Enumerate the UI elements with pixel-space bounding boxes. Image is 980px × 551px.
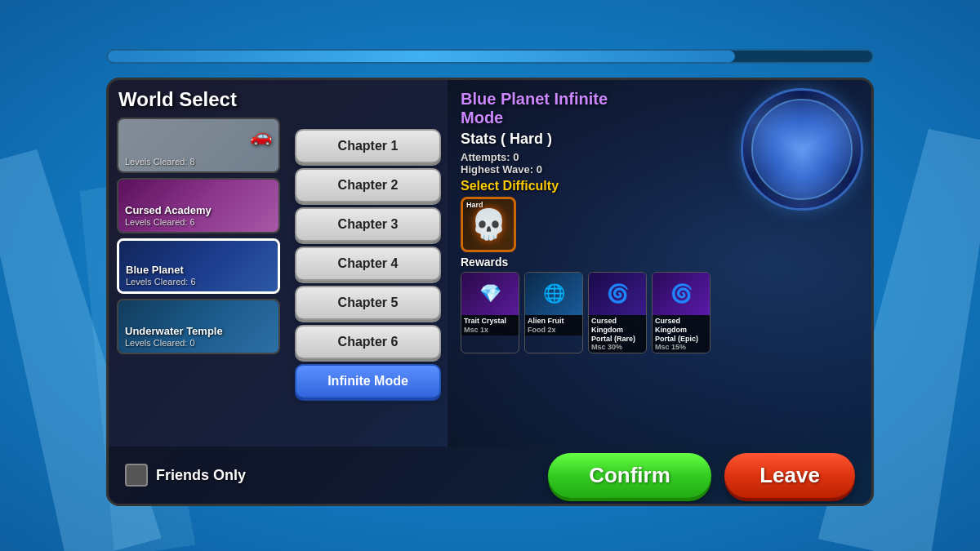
world-list: 🚗 Levels Cleared: 8 Cursed Academy Level… bbox=[117, 118, 280, 438]
reward-portal-epic-sub: Msc 15% bbox=[655, 343, 707, 351]
reward-portal-rare: 🌀 Cursed Kingdom Portal (Rare) Msc 30% bbox=[588, 272, 647, 353]
reward-crystal-icon: 💎 bbox=[461, 273, 519, 315]
reward-crystal-sub: Msc 1x bbox=[464, 326, 516, 334]
reward-portal-rare-icon: 🌀 bbox=[589, 273, 646, 315]
chapter-1-button[interactable]: Chapter 1 bbox=[295, 129, 441, 163]
reward-portal-epic-icon: 🌀 bbox=[653, 273, 710, 315]
world-item-1[interactable]: 🚗 Levels Cleared: 8 bbox=[117, 118, 280, 173]
progress-fill bbox=[108, 51, 735, 62]
confirm-button[interactable]: Confirm bbox=[548, 453, 711, 498]
reward-trait-crystal: 💎 Trait Crystal Msc 1x bbox=[461, 272, 519, 353]
chapter-panel: Chapter 1 Chapter 2 Chapter 3 Chapter 4 … bbox=[288, 80, 448, 447]
reward-crystal-label: Trait Crystal Msc 1x bbox=[461, 315, 519, 335]
info-highest-wave: Highest Wave: 0 bbox=[461, 163, 858, 176]
world-item-levels-2: Levels Cleared: 6 bbox=[125, 217, 272, 227]
world-item-content-3: Blue Planet Levels Cleared: 6 bbox=[119, 241, 278, 291]
infinite-mode-button[interactable]: Infinite Mode bbox=[295, 364, 441, 398]
world-item-4[interactable]: Underwater Temple Levels Cleared: 0 bbox=[117, 299, 280, 354]
reward-fruit-name: Alien Fruit bbox=[528, 317, 580, 326]
reward-fruit-icon: 🌐 bbox=[525, 273, 582, 315]
info-content: Blue Planet Infinite Mode Stats ( Hard )… bbox=[461, 90, 858, 353]
info-stats-title: Stats ( Hard ) bbox=[461, 131, 858, 148]
rewards-title: Rewards bbox=[461, 256, 858, 269]
world-item-name-4: Underwater Temple bbox=[125, 325, 272, 338]
world-item-content-2: Cursed Academy Levels Cleared: 6 bbox=[118, 180, 278, 232]
friends-only-checkbox[interactable] bbox=[125, 464, 148, 487]
reward-alien-fruit: 🌐 Alien Fruit Food 2x bbox=[524, 272, 583, 353]
world-item-3[interactable]: Blue Planet Levels Cleared: 6 bbox=[117, 238, 280, 294]
reward-portal-rare-sub: Msc 30% bbox=[591, 343, 644, 351]
reward-portal-epic-name: Cursed Kingdom Portal (Epic) bbox=[655, 317, 707, 343]
chapter-2-button[interactable]: Chapter 2 bbox=[295, 168, 441, 202]
info-attempts: Attempts: 0 bbox=[461, 151, 858, 163]
friends-only-section: Friends Only bbox=[125, 464, 246, 487]
rewards-list: 💎 Trait Crystal Msc 1x 🌐 Alien Fruit Foo… bbox=[461, 272, 858, 353]
leave-button[interactable]: Leave bbox=[724, 453, 855, 498]
world-item-levels-1: Levels Cleared: 8 bbox=[125, 157, 272, 167]
world-item-name-2: Cursed Academy bbox=[125, 204, 272, 217]
chapter-5-button[interactable]: Chapter 5 bbox=[295, 286, 441, 320]
info-panel: Blue Planet Infinite Mode Stats ( Hard )… bbox=[448, 80, 871, 447]
difficulty-hard-button[interactable]: Hard 💀 bbox=[461, 197, 516, 252]
world-select-panel: World Select 🚗 Levels Cleared: 8 bbox=[109, 80, 288, 447]
friends-only-label: Friends Only bbox=[156, 467, 246, 484]
world-item-name-3: Blue Planet bbox=[126, 264, 271, 277]
chapter-6-button[interactable]: Chapter 6 bbox=[295, 325, 441, 359]
world-item-content-4: Underwater Temple Levels Cleared: 0 bbox=[118, 300, 278, 353]
world-item-2[interactable]: Cursed Academy Levels Cleared: 6 bbox=[117, 178, 280, 233]
reward-portal-epic-label: Cursed Kingdom Portal (Epic) Msc 15% bbox=[653, 315, 710, 353]
reward-portal-epic: 🌀 Cursed Kingdom Portal (Epic) Msc 15% bbox=[652, 272, 710, 353]
reward-portal-rare-label: Cursed Kingdom Portal (Rare) Msc 30% bbox=[589, 315, 646, 353]
select-difficulty-label: Select Difficulty bbox=[461, 179, 858, 193]
car-icon: 🚗 bbox=[250, 126, 272, 147]
chapter-3-button[interactable]: Chapter 3 bbox=[295, 207, 441, 242]
difficulty-options: Hard 💀 bbox=[461, 197, 858, 252]
bottom-bar: Friends Only Confirm Leave bbox=[109, 447, 871, 504]
dialog-body: World Select 🚗 Levels Cleared: 8 bbox=[109, 80, 871, 447]
reward-fruit-sub: Food 2x bbox=[528, 326, 580, 334]
world-select-dialog: World Select 🚗 Levels Cleared: 8 bbox=[106, 78, 874, 506]
info-title: Blue Planet Infinite Mode bbox=[461, 90, 640, 127]
reward-portal-rare-name: Cursed Kingdom Portal (Rare) bbox=[591, 317, 644, 343]
world-item-levels-3: Levels Cleared: 6 bbox=[126, 277, 271, 287]
top-progress-bar bbox=[106, 49, 874, 64]
world-select-title: World Select bbox=[117, 88, 280, 111]
world-item-levels-4: Levels Cleared: 0 bbox=[125, 338, 272, 348]
reward-fruit-label: Alien Fruit Food 2x bbox=[525, 315, 582, 335]
chapter-4-button[interactable]: Chapter 4 bbox=[295, 247, 441, 281]
reward-crystal-name: Trait Crystal bbox=[464, 317, 516, 326]
skull-icon: 💀 bbox=[470, 210, 507, 239]
rewards-section: Rewards 💎 Trait Crystal Msc 1x 🌐 bbox=[461, 256, 858, 353]
